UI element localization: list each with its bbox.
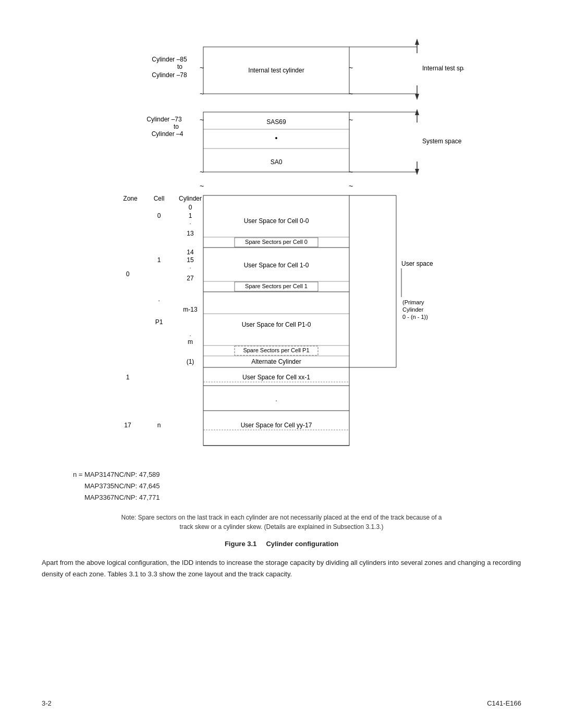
svg-text:~: ~	[200, 64, 204, 72]
body-text: Apart from the above logical configurati…	[42, 557, 521, 579]
cyl-m: m	[188, 338, 193, 346]
footer-right: C141-E166	[487, 699, 521, 707]
svg-text:~: ~	[200, 168, 204, 176]
user-space-xx1: User Space for Cell xx-1	[242, 374, 310, 381]
svg-text:~: ~	[349, 182, 353, 190]
equation-line3: MAP3367NC/NP: 47,771	[84, 492, 521, 503]
cylinder-header: Cylinder	[179, 195, 202, 202]
spare-cell-1: Spare Sectors per Cell 1	[245, 283, 308, 289]
cell-header: Cell	[154, 195, 165, 202]
svg-marker-6	[415, 39, 419, 45]
svg-text:~: ~	[200, 116, 204, 124]
zone-0: 0	[126, 270, 130, 278]
primary-cylinder2: Cylinder	[402, 306, 424, 313]
to2: to	[174, 123, 179, 130]
diagram-container: ~ ~ Internal test cylinder ~ ~ Cylinder …	[99, 31, 464, 459]
cell-1: 1	[157, 256, 161, 264]
cell-0: 0	[157, 212, 161, 219]
cyl-0: 0	[189, 204, 192, 211]
cyl-neg4: Cylinder –4	[152, 130, 183, 138]
cyl-13: 13	[187, 230, 194, 237]
cell-p1: P1	[155, 318, 163, 326]
zone-header: Zone	[123, 195, 138, 202]
cyl-15: 15	[187, 256, 194, 264]
primary-cylinder3: 0 - (n - 1))	[402, 314, 428, 320]
page: ~ ~ Internal test cylinder ~ ~ Cylinder …	[0, 0, 563, 728]
spare-cell-p1: Spare Sectors per Cell P1	[243, 347, 309, 353]
user-space-10: User Space for Cell 1-0	[244, 262, 309, 269]
internal-test-cylinder-label: Internal test cylinder	[248, 67, 304, 74]
equation-line1: n = MAP3147NC/NP: 47,589	[73, 469, 521, 480]
primary-cylinder: (Primary	[402, 299, 424, 305]
spare-cell-0: Spare Sectors per Cell 0	[245, 239, 308, 245]
cyl-1: 1	[189, 212, 192, 219]
svg-text:.: .	[189, 219, 191, 225]
svg-text:~: ~	[200, 90, 204, 98]
cell-n: n	[157, 422, 161, 429]
zone-17: 17	[124, 422, 131, 429]
cyl-27: 27	[187, 275, 194, 282]
cyl-1paren: (1)	[187, 358, 194, 365]
dot-label: •	[275, 134, 278, 142]
svg-text:~: ~	[200, 182, 204, 190]
to1: to	[177, 63, 182, 70]
cyl-m13: m-13	[183, 306, 198, 313]
equations: n = MAP3147NC/NP: 47,589 MAP3735NC/NP: 4…	[73, 469, 521, 503]
figure-caption: Figure 3.1 Cylinder configuration	[42, 540, 521, 548]
zone-1: 1	[126, 374, 130, 381]
svg-rect-26	[203, 195, 349, 446]
figure-number: Figure 3.1	[225, 540, 256, 548]
user-space-00: User Space for Cell 0-0	[244, 217, 309, 225]
equation-line2: MAP3735NC/NP: 47,645	[84, 480, 521, 492]
svg-text:.: .	[189, 263, 191, 269]
internal-test-space-label: Internal test space	[422, 65, 464, 72]
svg-text:.: .	[275, 395, 277, 403]
svg-marker-8	[415, 94, 419, 100]
user-space-p10: User Space for Cell P1-0	[242, 321, 311, 328]
sa0-label: SA0	[271, 158, 283, 166]
svg-text:.: .	[158, 295, 160, 303]
user-space-yy17: User Space for Cell yy-17	[241, 422, 312, 429]
notes-section: Note: Spare sectors on the last track in…	[42, 513, 521, 532]
footer: 3-2 C141-E166	[42, 699, 521, 707]
cyl-neg73: Cylinder –73	[146, 116, 182, 123]
svg-text:.: .	[189, 331, 191, 337]
note-text: Note: Spare sectors on the last track in…	[120, 513, 443, 532]
sas69-label: SAS69	[266, 118, 286, 126]
system-space-label: System space	[422, 138, 462, 145]
user-space-label: User space	[401, 260, 433, 267]
alternate-cylinder: Alternate Cylinder	[251, 358, 301, 365]
figure-title: Cylinder configuration	[266, 540, 338, 548]
cyl-neg78: Cylinder –78	[152, 71, 187, 79]
cyl-neg85: Cylinder –85	[152, 56, 187, 63]
svg-text:~: ~	[349, 64, 353, 72]
svg-text:~: ~	[349, 116, 353, 124]
cyl-14: 14	[187, 249, 194, 256]
footer-left: 3-2	[42, 699, 52, 707]
